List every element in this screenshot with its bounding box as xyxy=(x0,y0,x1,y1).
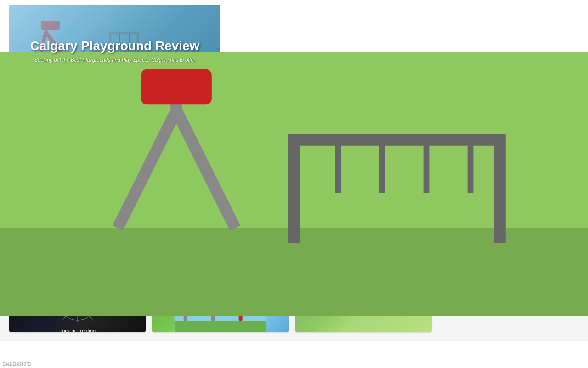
logo-title: Calgary Playground Review xyxy=(30,39,200,53)
featured-card-calgary-image: CALGARY'S xyxy=(295,291,432,332)
featured-posts-grid: Trick or Treating xyxy=(9,291,432,332)
content-column: Calgary Parks and Playgrounds All Calgar… xyxy=(0,126,441,341)
svg-rect-46 xyxy=(295,291,432,316)
featured-posts-section: Featured Posts xyxy=(9,269,432,332)
calgary-card-svg xyxy=(295,291,432,332)
featured-card-calgary[interactable]: CALGARY'S xyxy=(295,291,432,332)
logo-tagline: Seeking out the Best Playgrounds and Pla… xyxy=(34,57,195,63)
main-wrapper: Calgary Parks and Playgrounds All Calgar… xyxy=(0,126,588,341)
